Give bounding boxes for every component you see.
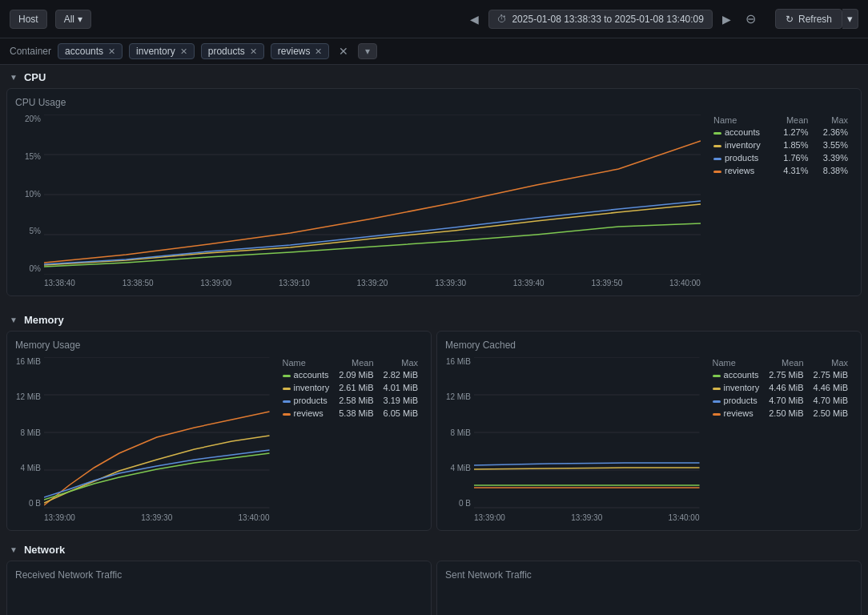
top-bar: Host All ▾ ◀ ⏱ 2025-01-08 13:38:33 to 20… [0, 0, 868, 38]
tag-inventory: inventory ✕ [129, 43, 195, 59]
memory-cached-plot: 13:39:00 13:39:30 13:40:00 [474, 357, 700, 522]
cpu-usage-plot: 13:38:40 13:38:50 13:39:00 13:39:10 13:3… [44, 115, 701, 287]
all-label: All [64, 14, 74, 25]
mem-reviews-dot [283, 413, 291, 416]
cpu-y-axis: 20% 15% 10% 5% 0% [15, 115, 44, 287]
cpu-usage-legend: Name Mean Max accounts 1.27% 2.36% [709, 115, 853, 287]
network-chevron-icon: ▼ [10, 545, 18, 554]
memc-reviews-dot [713, 413, 721, 416]
memc-legend-row-accounts: accounts 2.75 MiB 2.75 MiB [708, 368, 853, 381]
memory-cached-svg [474, 357, 700, 509]
memc-legend-row-products: products 4.70 MiB 4.70 MiB [708, 394, 853, 407]
tag-accounts: accounts ✕ [58, 43, 123, 59]
cpu-section: ▼ CPU CPU Usage 20% 15% 10% 5% 0% [0, 65, 868, 308]
memory-usage-y-axis: 16 MiB 12 MiB 8 MiB 4 MiB 0 B [15, 357, 44, 522]
filter-more-button[interactable]: ▾ [358, 43, 377, 59]
clock-icon: ⏱ [497, 14, 507, 25]
zoom-out-button[interactable]: ⊖ [741, 10, 761, 28]
sent-traffic-title: Sent Network Traffic [445, 569, 853, 581]
network-section: ▼ Network Received Network Traffic Sent … [0, 537, 868, 615]
memory-cached-y-axis: 16 MiB 12 MiB 8 MiB 4 MiB 0 B [445, 357, 474, 522]
reviews-color-dot [713, 171, 721, 173]
refresh-label: Refresh [798, 14, 832, 25]
memory-section: ▼ Memory Memory Usage 16 MiB 12 MiB 8 Mi… [0, 308, 868, 537]
cpu-chevron-icon: ▼ [10, 73, 18, 82]
remove-accounts-tag[interactable]: ✕ [108, 46, 115, 57]
accounts-color-dot [713, 132, 721, 135]
memc-legend-row-inventory: inventory 4.46 MiB 4.46 MiB [708, 381, 853, 394]
sent-traffic-card: Sent Network Traffic [436, 561, 862, 615]
memory-usage-card: Memory Usage 16 MiB 12 MiB 8 MiB 4 MiB 0… [6, 331, 432, 531]
memory-cached-card: Memory Cached 16 MiB 12 MiB 8 MiB 4 MiB … [436, 331, 862, 531]
memory-cached-chart-inner: 16 MiB 12 MiB 8 MiB 4 MiB 0 B [445, 357, 853, 522]
memory-cached-legend-table: Name Mean Max accounts 2.75 MiB 2.75 MiB [708, 357, 853, 420]
refresh-dropdown-button[interactable]: ▾ [842, 9, 858, 29]
chevron-down-icon: ▾ [78, 14, 82, 25]
cpu-legend-table: Name Mean Max accounts 1.27% 2.36% [709, 115, 853, 177]
cpu-section-title: CPU [24, 71, 46, 83]
cpu-legend-row-reviews: reviews 4.31% 8.38% [709, 164, 853, 177]
remove-products-tag[interactable]: ✕ [250, 46, 257, 57]
memc-legend-row-reviews: reviews 2.50 MiB 2.50 MiB [708, 407, 853, 420]
sent-traffic-empty [445, 587, 853, 615]
network-section-title: Network [24, 544, 65, 556]
mem-accounts-dot [283, 375, 291, 377]
memory-section-header[interactable]: ▼ Memory [0, 308, 868, 331]
memory-chevron-icon: ▼ [10, 316, 18, 324]
time-range-text: 2025-01-08 13:38:33 to 2025-01-08 13:40:… [512, 14, 704, 25]
received-traffic-title: Received Network Traffic [15, 569, 423, 581]
time-navigation: ◀ ⏱ 2025-01-08 13:38:33 to 2025-01-08 13… [465, 10, 761, 29]
received-traffic-empty [15, 587, 423, 615]
host-button[interactable]: Host [10, 10, 47, 29]
refresh-icon: ↻ [786, 14, 794, 25]
memory-section-title: Memory [24, 314, 64, 326]
remove-reviews-tag[interactable]: ✕ [315, 46, 322, 57]
memory-usage-x-axis: 13:39:00 13:39:30 13:40:00 [44, 513, 270, 522]
memory-usage-plot: 13:39:00 13:39:30 13:40:00 [44, 357, 270, 522]
refresh-button[interactable]: ↻ Refresh [775, 9, 842, 29]
cpu-usage-svg [44, 115, 701, 275]
cpu-usage-chart-inner: 20% 15% 10% 5% 0% [15, 115, 853, 287]
prev-time-button[interactable]: ◀ [465, 11, 484, 27]
memc-products-dot [713, 400, 721, 403]
mem-legend-row-reviews: reviews 5.38 MiB 6.05 MiB [278, 407, 423, 420]
memory-usage-title: Memory Usage [15, 340, 423, 351]
remove-inventory-tag[interactable]: ✕ [180, 46, 187, 57]
mem-products-dot [283, 400, 291, 403]
tag-products: products ✕ [201, 43, 264, 59]
memory-charts-area: Memory Usage 16 MiB 12 MiB 8 MiB 4 MiB 0… [0, 331, 868, 537]
cpu-legend-mean-header: Mean [774, 115, 814, 126]
mem-legend-row-inventory: inventory 2.61 MiB 4.01 MiB [278, 381, 423, 394]
next-time-button[interactable]: ▶ [717, 11, 736, 27]
network-section-header[interactable]: ▼ Network [0, 537, 868, 561]
time-range-display: ⏱ 2025-01-08 13:38:33 to 2025-01-08 13:4… [488, 10, 713, 29]
filter-bar: Container accounts ✕ inventory ✕ product… [0, 38, 868, 65]
cpu-charts-area: CPU Usage 20% 15% 10% 5% 0% [0, 88, 868, 308]
memory-two-col: Memory Usage 16 MiB 12 MiB 8 MiB 4 MiB 0… [6, 331, 862, 531]
all-dropdown[interactable]: All ▾ [55, 10, 91, 29]
cpu-legend-row-products: products 1.76% 3.39% [709, 151, 853, 164]
clear-all-filters-button[interactable]: ✕ [336, 45, 352, 58]
memc-accounts-dot [713, 375, 721, 377]
mem-inventory-dot [283, 388, 291, 390]
memory-usage-chart-inner: 16 MiB 12 MiB 8 MiB 4 MiB 0 B [15, 357, 423, 522]
memory-usage-legend-table: Name Mean Max accounts 2.09 MiB 2.82 MiB [278, 357, 423, 420]
cpu-x-axis: 13:38:40 13:38:50 13:39:00 13:39:10 13:3… [44, 279, 701, 287]
cpu-section-header[interactable]: ▼ CPU [0, 65, 868, 88]
cpu-usage-card: CPU Usage 20% 15% 10% 5% 0% [6, 88, 862, 296]
tag-reviews: reviews ✕ [271, 43, 330, 59]
memory-usage-svg [44, 357, 270, 509]
mem-legend-row-products: products 2.58 MiB 3.19 MiB [278, 394, 423, 407]
memory-cached-legend: Name Mean Max accounts 2.75 MiB 2.75 MiB [708, 357, 853, 522]
cpu-legend-row-accounts: accounts 1.27% 2.36% [709, 126, 853, 139]
cpu-usage-title: CPU Usage [15, 97, 853, 108]
cpu-legend-max-header: Max [813, 115, 853, 126]
memory-cached-title: Memory Cached [445, 340, 853, 351]
received-traffic-card: Received Network Traffic [6, 561, 432, 615]
container-label: Container [10, 46, 51, 57]
memory-usage-legend: Name Mean Max accounts 2.09 MiB 2.82 MiB [278, 357, 423, 522]
mem-legend-row-accounts: accounts 2.09 MiB 2.82 MiB [278, 368, 423, 381]
products-color-dot [713, 158, 721, 160]
network-charts-area: Received Network Traffic Sent Network Tr… [0, 561, 868, 615]
memc-inventory-dot [713, 388, 721, 390]
